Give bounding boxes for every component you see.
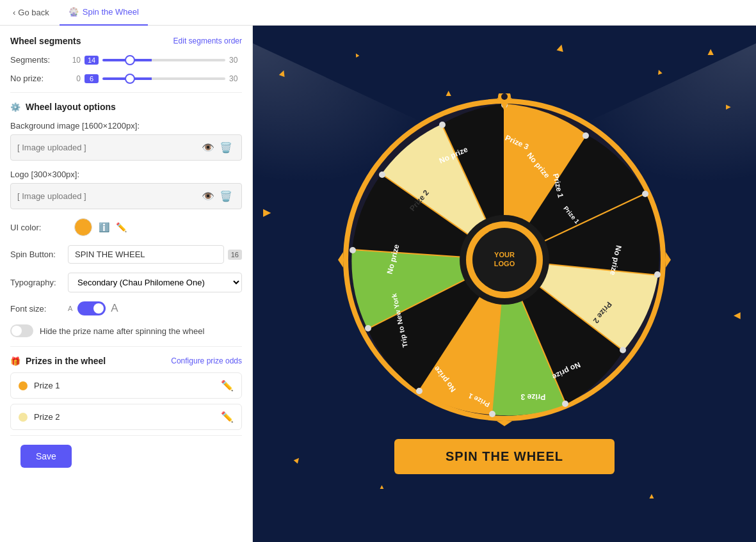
segments-row: Segments: 10 14 30 bbox=[10, 55, 242, 65]
back-arrow-icon: ‹ bbox=[13, 8, 15, 17]
prizes-title-row: 🎁 Prizes in the wheel bbox=[10, 356, 106, 366]
typography-label: Typography: bbox=[10, 278, 68, 287]
wheel-icon: 🎡 bbox=[68, 7, 79, 17]
no-prize-label: No prize: bbox=[10, 74, 68, 83]
no-prize-value: 6 bbox=[84, 74, 99, 83]
dot-5 bbox=[562, 401, 568, 407]
prize-item-2: Prize 2 ✏️ bbox=[10, 404, 242, 430]
logo-field: Logo [300×300px]: [ Image uploaded ] 👁️ … bbox=[10, 170, 242, 209]
prize-1-edit-button[interactable]: ✏️ bbox=[221, 379, 234, 392]
dot-1 bbox=[583, 132, 589, 139]
your-logo-text-2: LOGO bbox=[494, 260, 515, 267]
bg-image-label: Background image [1600×1200px]: bbox=[10, 121, 242, 131]
logo-delete-button[interactable]: 🗑️ bbox=[217, 189, 235, 203]
save-button[interactable]: Save bbox=[20, 445, 72, 468]
bg-image-text: [ Image uploaded ] bbox=[17, 143, 199, 152]
dot-6 bbox=[489, 411, 495, 417]
settings-icon: ⚙️ bbox=[10, 102, 20, 112]
font-size-row: Font size: A A bbox=[10, 301, 242, 315]
right-panel: ▲ ▲ ▲ ▲ ▲ ▲ ▶ ▲ ▲ ▲ ▶ ◀ bbox=[253, 26, 756, 542]
edit-segments-order-link[interactable]: Edit segments order bbox=[173, 36, 242, 45]
confetti-6: ▲ bbox=[705, 46, 716, 58]
dot-4 bbox=[620, 347, 626, 353]
logo-view-button[interactable]: 👁️ bbox=[199, 189, 217, 203]
prize-2-edit-button[interactable]: ✏️ bbox=[221, 411, 234, 423]
top-navigation: ‹ Go back 🎡 Spin the Wheel bbox=[0, 0, 756, 26]
left-panel: Wheel segments Edit segments order Segme… bbox=[0, 26, 253, 542]
segments-slider[interactable] bbox=[102, 59, 225, 61]
toggle-knob bbox=[93, 303, 104, 314]
dot-2 bbox=[642, 191, 648, 197]
segments-min: 10 bbox=[68, 56, 81, 65]
go-back-button[interactable]: ‹ Go back bbox=[8, 5, 54, 20]
dot-3 bbox=[654, 271, 661, 278]
tab-spin-the-wheel[interactable]: 🎡 Spin the Wheel bbox=[60, 0, 148, 26]
gift-icon: 🎁 bbox=[10, 356, 20, 366]
no-prize-slider[interactable] bbox=[102, 77, 225, 80]
wheel-layout-header: ⚙️ Wheel layout options bbox=[10, 102, 242, 112]
confetti-9: ▲ bbox=[379, 483, 385, 490]
configure-prize-odds-link[interactable]: Configure prize odds bbox=[171, 356, 242, 365]
segments-control: 10 14 30 bbox=[68, 56, 242, 65]
prize-1-dot bbox=[19, 381, 28, 390]
wheel-segments-header: Wheel segments Edit segments order bbox=[10, 36, 242, 46]
prize-1-name: Prize 1 bbox=[34, 381, 221, 390]
segments-value: 14 bbox=[84, 56, 99, 65]
save-bar: Save bbox=[10, 435, 242, 477]
bg-image-field: Background image [1600×1200px]: [ Image … bbox=[10, 121, 242, 161]
logo-label: Logo [300×300px]: bbox=[10, 170, 242, 179]
ui-color-swatch[interactable] bbox=[74, 218, 92, 236]
bg-image-upload-row: [ Image uploaded ] 👁️ 🗑️ bbox=[10, 134, 242, 161]
hide-prize-toggle-knob bbox=[12, 326, 22, 336]
logo-image-text: [ Image uploaded ] bbox=[17, 191, 199, 201]
confetti-10: ▲ bbox=[648, 491, 655, 500]
your-logo-text: YOUR bbox=[494, 251, 515, 259]
confetti-12: ◀ bbox=[734, 310, 741, 320]
prize-2-name: Prize 2 bbox=[34, 412, 221, 422]
font-size-large-icon: A bbox=[111, 302, 118, 315]
typography-select[interactable]: Secondary (Chau Philomene One) bbox=[68, 273, 242, 292]
prize-2-dot bbox=[19, 413, 28, 422]
dot-9 bbox=[350, 247, 356, 253]
confetti-1: ▲ bbox=[277, 65, 290, 79]
hide-prize-toggle[interactable] bbox=[10, 324, 33, 337]
font-size-controls: A A bbox=[68, 301, 242, 315]
pointer-pin-inner bbox=[501, 93, 508, 100]
dot-7 bbox=[416, 388, 422, 394]
bg-image-view-button[interactable]: 👁️ bbox=[199, 140, 217, 155]
no-prize-control: 0 6 30 bbox=[68, 74, 242, 83]
dot-10 bbox=[379, 171, 385, 178]
logo-upload-row: [ Image uploaded ] 👁️ 🗑️ bbox=[10, 183, 242, 209]
no-prize-max: 30 bbox=[229, 74, 242, 83]
confetti-4: ▲ bbox=[553, 40, 568, 56]
preview-spin-button[interactable]: SPIN THE WHEEL bbox=[394, 439, 615, 474]
edit-color-icon[interactable]: ✏️ bbox=[116, 222, 127, 232]
prize-item-1: Prize 1 ✏️ bbox=[10, 372, 242, 399]
font-size-toggle[interactable] bbox=[77, 301, 106, 315]
arrow-bottom bbox=[497, 421, 512, 426]
spin-button-char-count: 16 bbox=[228, 250, 242, 260]
no-prize-min: 0 bbox=[68, 74, 81, 83]
segments-label: Segments: bbox=[10, 55, 68, 65]
label-prize3-bottom-right: Prize 3 bbox=[520, 392, 545, 401]
segments-max: 30 bbox=[229, 56, 242, 65]
hide-prize-row: Hide the prize name after spinning the w… bbox=[10, 324, 242, 337]
arrow-left bbox=[338, 252, 343, 267]
info-icon[interactable]: ℹ️ bbox=[99, 222, 109, 232]
wheel-layout-title: Wheel layout options bbox=[26, 102, 116, 112]
spin-button-row: Spin Button: 16 bbox=[10, 245, 242, 264]
tab-label: Spin the Wheel bbox=[83, 7, 139, 17]
wheel-container: Prize 1 No prize No prize Prize 2 No pri… bbox=[338, 93, 671, 474]
spin-button-label: Spin Button: bbox=[10, 250, 68, 259]
wheel-svg: Prize 1 No prize No prize Prize 2 No pri… bbox=[338, 93, 671, 426]
bg-image-delete-button[interactable]: 🗑️ bbox=[217, 140, 235, 155]
spin-button-input[interactable] bbox=[68, 245, 224, 264]
prizes-header: 🎁 Prizes in the wheel Configure prize od… bbox=[10, 356, 242, 366]
confetti-5: ▲ bbox=[654, 66, 664, 77]
font-size-small-icon: A bbox=[68, 305, 72, 312]
confetti-7: ▶ bbox=[726, 103, 731, 110]
go-back-label: Go back bbox=[18, 8, 49, 17]
wheel-wrap: Prize 1 No prize No prize Prize 2 No pri… bbox=[338, 93, 671, 426]
font-size-label: Font size: bbox=[10, 304, 68, 314]
prizes-title: Prizes in the wheel bbox=[26, 356, 106, 366]
